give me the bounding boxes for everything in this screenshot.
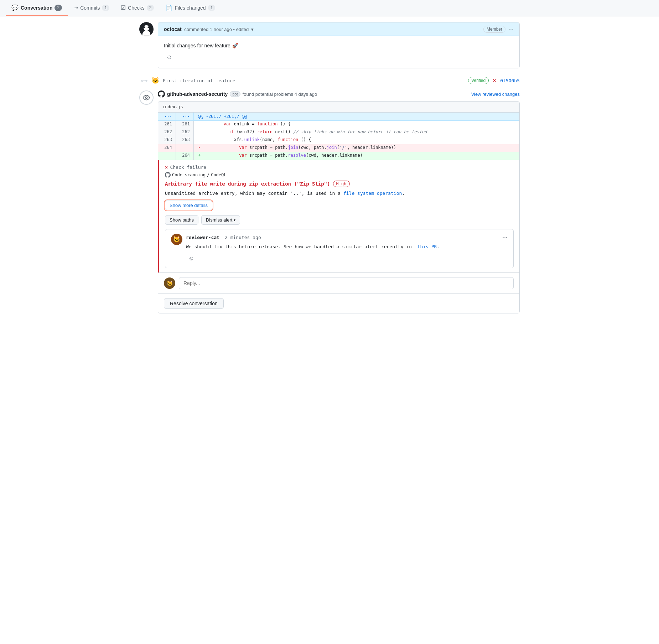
tab-commits-badge: 1 [102, 5, 109, 11]
dismiss-alert-label: Dismiss alert [206, 217, 232, 223]
check-failure-x-icon: ✕ [165, 164, 168, 170]
resolve-conversation-button[interactable]: Resolve conversation [164, 298, 224, 309]
tab-checks-badge: 2 [147, 5, 154, 11]
checks-icon: ☑ [121, 4, 126, 11]
octocat-avatar [139, 22, 154, 36]
diff-line-262: 262 262 if (win32) return next() // skip… [158, 129, 519, 136]
alert-description: Unsanitized archive entry, which may con… [165, 190, 514, 197]
emoji-reaction-button[interactable]: ☺ [164, 52, 175, 62]
svg-point-1 [144, 25, 149, 31]
commit-connector-icon: ⊶ [141, 76, 148, 85]
bot-header: github-advanced-security bot found poten… [158, 90, 520, 98]
diff-hunk-ln1: ··· [158, 113, 176, 120]
diff-container: index.js ··· ··· @@ -261,7 +261,7 @@ 261… [158, 101, 520, 313]
bot-name: github-advanced-security [167, 91, 228, 97]
tab-conversation-badge: 2 [55, 5, 62, 11]
comment-1-author: octocat [164, 26, 182, 32]
reviewer-avatar: 🐱 [171, 234, 182, 245]
commit-small-avatar: 🐱 [151, 77, 159, 84]
diff-filename: index.js [158, 102, 519, 113]
timeline: octocat commented 1 hour ago • edited ▾ … [139, 22, 520, 319]
show-paths-button[interactable]: Show paths [165, 215, 198, 225]
commit-x-icon: ✕ [492, 78, 497, 83]
reviewer-content: reviewer-cat 2 minutes ago ··· We should… [186, 234, 508, 264]
comment-1-text: Initial changes for new feature 🚀 [164, 42, 514, 50]
github-logo-icon [158, 90, 165, 98]
comment-1-box: octocat commented 1 hour ago • edited ▾ … [158, 22, 520, 68]
reviewer-name: reviewer-cat [186, 235, 219, 240]
files-changed-icon: 📄 [165, 4, 172, 11]
reviewer-more-button[interactable]: ··· [502, 234, 508, 241]
resolve-wrapper: Resolve conversation [158, 294, 519, 313]
tab-checks[interactable]: ☑ Checks 2 [115, 0, 160, 16]
reviewer-emoji-button[interactable]: ☺ [186, 254, 197, 264]
member-badge: Member [483, 26, 505, 33]
code-scanning-sub: CodeQL [211, 172, 226, 177]
commit-hash[interactable]: 0f500b5 [500, 78, 520, 83]
bot-section: github-advanced-security bot found poten… [139, 90, 520, 313]
comment-1: octocat commented 1 hour ago • edited ▾ … [139, 22, 520, 68]
tab-commits-label: Commits [80, 5, 100, 11]
code-scanning-sep: / [207, 172, 209, 177]
main-content: octocat commented 1 hour ago • edited ▾ … [134, 16, 525, 325]
pr-tabs: 💬 Conversation 2 ⇢ Commits 1 ☑ Checks 2 … [0, 0, 659, 16]
tab-commits[interactable]: ⇢ Commits 1 [68, 0, 115, 16]
bot-side [139, 90, 154, 105]
commits-icon: ⇢ [73, 4, 78, 11]
comment-1-header: octocat commented 1 hour ago • edited ▾ … [158, 22, 519, 36]
tab-checks-label: Checks [128, 5, 145, 11]
tab-conversation-label: Conversation [21, 5, 52, 11]
commit-message: First iteration of feature [163, 78, 465, 83]
bot-label: bot [230, 91, 240, 97]
code-scanning-row: Code scanning / CodeQL [165, 172, 514, 178]
dismiss-alert-button[interactable]: Dismiss alert ▾ [201, 215, 240, 225]
code-scanning-label: Code scanning [172, 172, 206, 177]
check-failure-row: ✕ Check failure [165, 164, 514, 170]
reviewer-body: We should fix this before release. See h… [186, 243, 508, 251]
verified-badge: Verified [468, 77, 489, 84]
reviewer-comment: 🐱 reviewer-cat 2 minutes ago ··· [165, 229, 514, 268]
diff-hunk-ln2: ··· [176, 113, 194, 120]
comment-1-time: commented 1 hour ago • edited ▾ [183, 27, 254, 32]
comment-1-actions: Member ··· [483, 25, 514, 33]
show-more-details-button[interactable]: Show more details [165, 201, 212, 210]
alert-desc-text: Unsanitized archive entry, which may con… [165, 191, 341, 196]
diff-hunk-header: ··· ··· @@ -261,7 +261,7 @@ [158, 113, 519, 121]
tab-files-changed[interactable]: 📄 Files changed 1 [160, 0, 221, 16]
reply-wrapper: 🐱 [158, 272, 519, 294]
alert-link[interactable]: file system operation [343, 191, 402, 196]
svg-point-7 [146, 97, 147, 99]
tab-files-changed-label: Files changed [175, 5, 206, 11]
severity-badge: High [333, 181, 350, 187]
reviewer-pr-link[interactable]: this PR [417, 244, 437, 249]
diff-line-264-added: 264 + var srcpath = path.resolve(cwd, he… [158, 152, 519, 160]
bot-meta: github-advanced-security bot found poten… [158, 90, 469, 98]
diff-hunk-code: @@ -261,7 +261,7 @@ [194, 113, 251, 120]
commit-row: ⊶ 🐱 First iteration of feature Verified … [141, 74, 520, 90]
check-failure-label: Check failure [170, 165, 206, 170]
alert-actions: Show paths Dismiss alert ▾ [165, 215, 514, 225]
bot-activity-meta: found potential problems 4 days ago [243, 92, 317, 97]
diff-line-264-removed: 264 - var srcpath = path.join(cwd, path.… [158, 144, 519, 152]
dismiss-chevron-icon: ▾ [234, 218, 235, 222]
comment-1-meta: octocat commented 1 hour ago • edited ▾ [164, 26, 254, 32]
reply-input[interactable] [179, 277, 514, 289]
tab-files-changed-badge: 1 [208, 5, 216, 11]
bot-avatar [139, 90, 154, 105]
view-reviewed-changes-link[interactable]: View reviewed changes [471, 92, 520, 97]
reviewer-time: 2 minutes ago [222, 235, 261, 240]
conversation-icon: 💬 [11, 4, 19, 11]
alert-title-text: Arbitrary file write during zip extracti… [165, 181, 330, 187]
diff-line-263: 263 263 xfs.unlink(name, function () { [158, 136, 519, 144]
reply-avatar: 🐱 [164, 277, 175, 289]
comment-1-more-button[interactable]: ··· [508, 25, 514, 33]
alert-block: ✕ Check failure Code scanning / CodeQL [158, 160, 519, 272]
code-scanning-icon [165, 172, 171, 178]
alert-title: Arbitrary file write during zip extracti… [165, 181, 514, 187]
tab-conversation[interactable]: 💬 Conversation 2 [6, 0, 68, 16]
reviewer-header: reviewer-cat 2 minutes ago ··· [186, 234, 508, 241]
diff-line-261: 261 261 var onlink = function () { [158, 121, 519, 129]
comment-1-body: Initial changes for new feature 🚀 ☺ [158, 36, 519, 68]
bot-content: github-advanced-security bot found poten… [158, 90, 520, 313]
